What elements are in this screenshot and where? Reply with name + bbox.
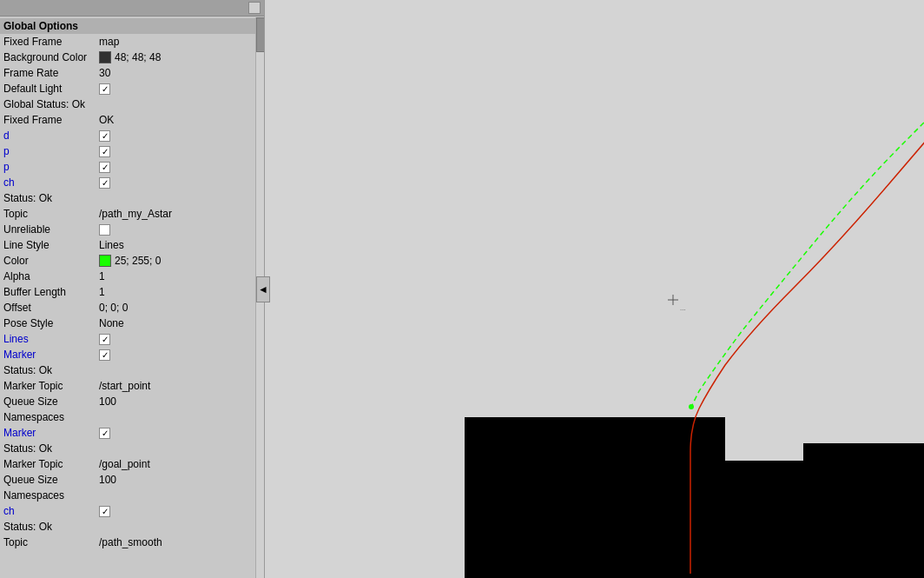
prop-row-3: Frame Rate30 (0, 65, 264, 81)
prop-row-12: Topic/path_my_Astar (0, 206, 264, 222)
prop-label-22: Status: Ok (3, 364, 99, 376)
prop-row-14: Line StyleLines (0, 237, 264, 253)
color-text-15: 25; 255; 0 (115, 255, 161, 267)
prop-row-31: ch (0, 503, 264, 519)
color-swatch-2[interactable] (99, 51, 111, 63)
prop-value-1: map (99, 36, 119, 48)
prop-label-24: Queue Size (3, 395, 99, 408)
close-button[interactable] (248, 2, 261, 14)
prop-value-12: /path_my_Astar (99, 208, 172, 220)
prop-value-19: None (99, 317, 124, 329)
checkbox-13[interactable] (99, 224, 110, 236)
svg-text:...: ... (680, 304, 686, 312)
prop-row-26: Marker (0, 425, 264, 441)
prop-label-20: Lines (3, 333, 99, 345)
prop-row-24: Queue Size100 (0, 394, 264, 409)
prop-row-6: Fixed FrameOK (0, 112, 264, 128)
checkbox-20[interactable] (99, 334, 110, 345)
prop-row-19: Pose StyleNone (0, 316, 264, 331)
prop-row-7: d (0, 128, 264, 143)
color-swatch-15[interactable] (99, 255, 111, 267)
prop-label-9: p (3, 161, 99, 173)
checkbox-4[interactable] (99, 83, 110, 95)
panel-header (0, 0, 264, 17)
viz-canvas: ... (265, 0, 924, 578)
scrollbar-thumb[interactable] (256, 17, 265, 52)
prop-label-27: Status: Ok (3, 442, 99, 455)
prop-label-11: Status: Ok (3, 192, 99, 204)
checkbox-8[interactable] (99, 146, 110, 157)
prop-label-12: Topic (3, 208, 99, 220)
prop-value-28: /goal_point (99, 458, 150, 470)
prop-row-15: Color25; 255; 0 (0, 253, 264, 269)
prop-value-24: 100 (99, 395, 116, 408)
checkbox-21[interactable] (99, 349, 110, 361)
checkbox-31[interactable] (99, 506, 110, 517)
prop-row-8: p (0, 143, 264, 159)
prop-label-14: Line Style (3, 239, 99, 251)
collapse-arrow[interactable]: ◄ (256, 276, 270, 302)
prop-row-18: Offset0; 0; 0 (0, 300, 264, 316)
prop-label-32: Status: Ok (3, 521, 99, 533)
prop-row-4: Default Light (0, 81, 264, 96)
prop-label-29: Queue Size (3, 474, 99, 486)
prop-row-25: Namespaces (0, 409, 264, 425)
prop-row-10: ch (0, 175, 264, 190)
svg-point-2 (689, 404, 694, 409)
prop-label-8: p (3, 145, 99, 157)
prop-label-17: Buffer Length (3, 286, 99, 298)
checkbox-7[interactable] (99, 130, 110, 142)
prop-value-14: Lines (99, 239, 124, 251)
prop-label-18: Offset (3, 302, 99, 314)
prop-value-29: 100 (99, 474, 116, 486)
prop-row-11: Status: Ok (0, 190, 264, 206)
prop-label-3: Frame Rate (3, 67, 99, 79)
prop-label-26: Marker (3, 427, 99, 439)
prop-label-13: Unreliable (3, 223, 99, 236)
prop-row-27: Status: Ok (0, 441, 264, 456)
panel-content: Global OptionsFixed FramemapBackground C… (0, 17, 264, 577)
prop-label-21: Marker (3, 349, 99, 361)
prop-label-2: Background Color (3, 51, 99, 63)
prop-row-13: Unreliable (0, 222, 264, 237)
prop-row-22: Status: Ok (0, 362, 264, 378)
prop-label-0: Global Options (3, 20, 99, 32)
prop-label-23: Marker Topic (3, 380, 99, 392)
prop-label-30: Namespaces (3, 489, 99, 502)
prop-label-1: Fixed Frame (3, 36, 99, 48)
prop-label-31: ch (3, 505, 99, 517)
checkbox-9[interactable] (99, 162, 110, 173)
prop-label-6: Fixed Frame (3, 114, 99, 126)
prop-value-3: 30 (99, 67, 110, 79)
prop-value-18: 0; 0; 0 (99, 302, 128, 314)
prop-row-23: Marker Topic/start_point (0, 378, 264, 394)
prop-label-19: Pose Style (3, 317, 99, 329)
prop-row-17: Buffer Length1 (0, 284, 264, 300)
prop-label-10: ch (3, 176, 99, 189)
prop-row-32: Status: Ok (0, 519, 264, 535)
prop-row-0: Global Options (0, 18, 264, 34)
prop-row-30: Namespaces (0, 488, 264, 503)
prop-value-16: 1 (99, 270, 105, 282)
prop-label-7: d (3, 130, 99, 142)
prop-row-21: Marker (0, 347, 264, 362)
prop-value-17: 1 (99, 286, 105, 298)
visualization-area[interactable]: ... (265, 0, 924, 578)
prop-row-20: Lines (0, 331, 264, 347)
prop-label-28: Marker Topic (3, 458, 99, 470)
prop-label-15: Color (3, 255, 99, 267)
prop-row-33: Topic/path_smooth (0, 535, 264, 550)
prop-row-1: Fixed Framemap (0, 34, 264, 50)
prop-value-color-2: 48; 48; 48 (99, 51, 161, 63)
checkbox-10[interactable] (99, 177, 110, 189)
checkbox-26[interactable] (99, 428, 110, 439)
prop-row-9: p (0, 159, 264, 175)
prop-row-5: Global Status: Ok (0, 96, 264, 112)
prop-label-25: Namespaces (3, 411, 99, 423)
prop-value-6: OK (99, 114, 114, 126)
properties-panel: Global OptionsFixed FramemapBackground C… (0, 0, 265, 578)
prop-value-33: /path_smooth (99, 536, 162, 548)
prop-label-5: Global Status: Ok (3, 98, 99, 110)
prop-row-16: Alpha1 (0, 269, 264, 284)
prop-value-23: /start_point (99, 380, 150, 392)
